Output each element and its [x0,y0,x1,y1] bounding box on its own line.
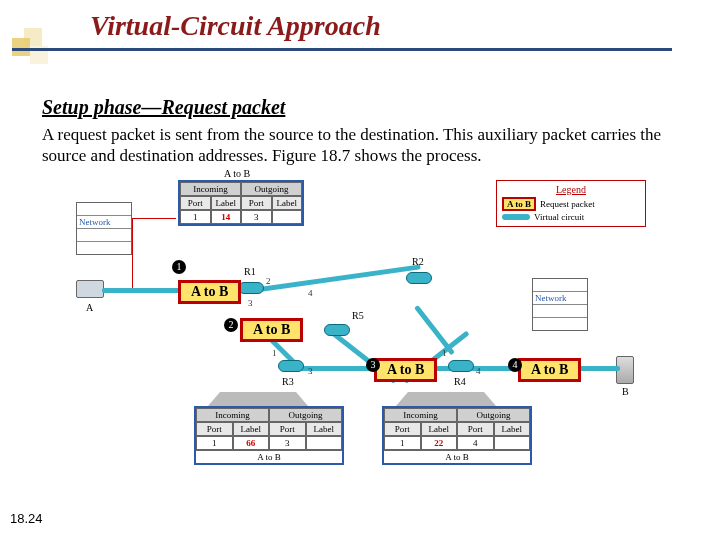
host-a-icon [76,280,104,298]
step-3: 3 [366,358,380,372]
routing-table-r4: IncomingOutgoing PortLabelPortLabel 1224… [382,406,532,465]
router-r4 [448,360,474,372]
legend-vc-icon [502,214,530,220]
host-b-label: B [622,386,629,397]
title-underline [12,48,672,51]
figure-18-7: Legend A to B Request packet Virtual cir… [76,180,646,480]
page-number: 18.24 [10,511,43,526]
packet-chip-3: A to B [374,358,437,382]
routing-table-r1: IncomingOutgoing PortLabelPortLabel 1143 [178,180,304,226]
network-label-right: Network [533,292,587,305]
legend-title: Legend [502,184,640,195]
step-4: 4 [508,358,522,372]
legend-vc-label: Virtual circuit [534,212,584,222]
router-r1 [238,282,264,294]
legend-box: Legend A to B Request packet Virtual cir… [496,180,646,227]
packet-chip-2: A to B [240,318,303,342]
router-r3 [278,360,304,372]
routing-table-r3: IncomingOutgoing PortLabelPortLabel 1663… [194,406,344,465]
router-r2 [406,272,432,284]
packet-chip-1: A to B [178,280,241,304]
network-box-right: Network [532,278,588,331]
legend-request-chip: A to B [502,197,536,211]
router-r5 [324,324,350,336]
host-a-label: A [86,302,93,313]
network-box-left: Network [76,202,132,255]
packet-chip-4: A to B [518,358,581,382]
slide-title-wrap: Virtual-Circuit Approach [90,10,381,42]
table-r1-caption: A to B [224,168,250,179]
step-2: 2 [224,318,238,332]
step-1: 1 [172,260,186,274]
network-label-left: Network [77,216,131,229]
slide-title: Virtual-Circuit Approach [90,10,381,42]
legend-request-label: Request packet [540,199,595,209]
slide-subtitle: Setup phase—Request packet [42,96,285,119]
slide-body-text: A request packet is sent from the source… [42,124,682,167]
